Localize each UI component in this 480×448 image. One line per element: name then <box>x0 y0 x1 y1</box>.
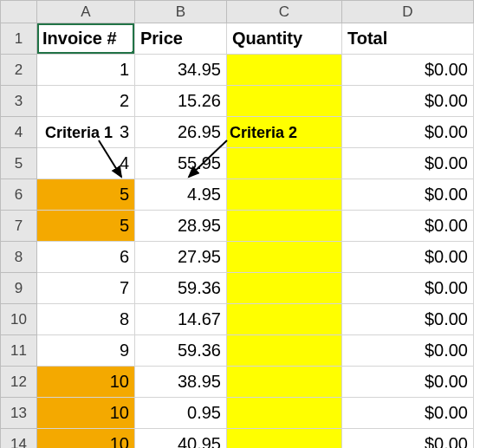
cell-C14[interactable] <box>227 429 342 449</box>
cell-A4[interactable]: 3 <box>37 117 135 148</box>
cell-A3[interactable]: 2 <box>37 86 135 117</box>
cell-A12[interactable]: 10 <box>37 367 135 398</box>
cell-D7[interactable]: $0.00 <box>342 211 474 242</box>
row-header[interactable]: 3 <box>1 86 37 117</box>
cell-C5[interactable] <box>227 148 342 179</box>
cell-B3[interactable]: 15.26 <box>135 86 227 117</box>
cell-A1[interactable]: Invoice # <box>37 23 135 55</box>
cell-C11[interactable] <box>227 335 342 367</box>
cell-D5[interactable]: $0.00 <box>342 148 474 179</box>
cell-B2[interactable]: 34.95 <box>135 55 227 86</box>
row-6: 6 5 4.95 $0.00 <box>1 179 474 211</box>
cell-C2[interactable] <box>227 55 342 86</box>
cell-A10[interactable]: 8 <box>37 304 135 335</box>
row-header[interactable]: 7 <box>1 211 37 242</box>
cell-A11[interactable]: 9 <box>37 335 135 367</box>
row-12: 12 10 38.95 $0.00 <box>1 367 474 398</box>
cell-B5[interactable]: 55.95 <box>135 148 227 179</box>
row-header[interactable]: 2 <box>1 55 37 86</box>
cell-D2[interactable]: $0.00 <box>342 55 474 86</box>
cell-B11[interactable]: 59.36 <box>135 335 227 367</box>
row-header[interactable]: 5 <box>1 148 37 179</box>
cell-D1[interactable]: Total <box>342 23 474 55</box>
cell-B10[interactable]: 14.67 <box>135 304 227 335</box>
select-all-corner[interactable] <box>1 1 37 23</box>
cell-A2[interactable]: 1 <box>37 55 135 86</box>
row-header[interactable]: 4 <box>1 117 37 148</box>
cell-D10[interactable]: $0.00 <box>342 304 474 335</box>
cell-C8[interactable] <box>227 242 342 273</box>
cell-A6[interactable]: 5 <box>37 179 135 211</box>
cell-D12[interactable]: $0.00 <box>342 367 474 398</box>
row-5: 5 4 55.95 $0.00 <box>1 148 474 179</box>
col-header-B[interactable]: B <box>135 1 227 23</box>
col-header-A[interactable]: A <box>37 1 135 23</box>
cell-B9[interactable]: 59.36 <box>135 273 227 304</box>
row-header[interactable]: 11 <box>1 335 37 367</box>
row-10: 10 8 14.67 $0.00 <box>1 304 474 335</box>
cell-C1[interactable]: Quantity <box>227 23 342 55</box>
cell-B1[interactable]: Price <box>135 23 227 55</box>
cell-C9[interactable] <box>227 273 342 304</box>
cell-C6[interactable] <box>227 179 342 211</box>
cell-B12[interactable]: 38.95 <box>135 367 227 398</box>
row-1: 1 Invoice # Price Quantity Total <box>1 23 474 55</box>
cell-D9[interactable]: $0.00 <box>342 273 474 304</box>
cell-A13[interactable]: 10 <box>37 398 135 429</box>
cell-C4[interactable] <box>227 117 342 148</box>
row-14: 14 10 40.95 $0.00 <box>1 429 474 449</box>
row-7: 7 5 28.95 $0.00 <box>1 211 474 242</box>
cell-C3[interactable] <box>227 86 342 117</box>
cell-C10[interactable] <box>227 304 342 335</box>
row-header[interactable]: 1 <box>1 23 37 55</box>
row-header[interactable]: 12 <box>1 367 37 398</box>
cell-A9[interactable]: 7 <box>37 273 135 304</box>
cell-D6[interactable]: $0.00 <box>342 179 474 211</box>
row-header[interactable]: 9 <box>1 273 37 304</box>
cell-C12[interactable] <box>227 367 342 398</box>
cell-A5[interactable]: 4 <box>37 148 135 179</box>
col-header-C[interactable]: C <box>227 1 342 23</box>
row-2: 2 1 34.95 $0.00 <box>1 55 474 86</box>
cell-B14[interactable]: 40.95 <box>135 429 227 449</box>
cell-D3[interactable]: $0.00 <box>342 86 474 117</box>
row-3: 3 2 15.26 $0.00 <box>1 86 474 117</box>
cell-B8[interactable]: 27.95 <box>135 242 227 273</box>
cell-B13[interactable]: 0.95 <box>135 398 227 429</box>
row-4: 4 3 26.95 $0.00 <box>1 117 474 148</box>
spreadsheet-grid[interactable]: A B C D 1 Invoice # Price Quantity Total… <box>0 0 480 448</box>
cell-D4[interactable]: $0.00 <box>342 117 474 148</box>
cell-C13[interactable] <box>227 398 342 429</box>
row-header[interactable]: 10 <box>1 304 37 335</box>
cell-B7[interactable]: 28.95 <box>135 211 227 242</box>
cell-B4[interactable]: 26.95 <box>135 117 227 148</box>
cell-D8[interactable]: $0.00 <box>342 242 474 273</box>
cell-B6[interactable]: 4.95 <box>135 179 227 211</box>
row-header[interactable]: 6 <box>1 179 37 211</box>
cell-D14[interactable]: $0.00 <box>342 429 474 449</box>
grid-table: A B C D 1 Invoice # Price Quantity Total… <box>0 0 474 448</box>
col-header-D[interactable]: D <box>342 1 474 23</box>
row-8: 8 6 27.95 $0.00 <box>1 242 474 273</box>
cell-A8[interactable]: 6 <box>37 242 135 273</box>
cell-A14[interactable]: 10 <box>37 429 135 449</box>
row-header[interactable]: 8 <box>1 242 37 273</box>
cell-D11[interactable]: $0.00 <box>342 335 474 367</box>
row-13: 13 10 0.95 $0.00 <box>1 398 474 429</box>
cell-A7[interactable]: 5 <box>37 211 135 242</box>
cell-D13[interactable]: $0.00 <box>342 398 474 429</box>
cell-C7[interactable] <box>227 211 342 242</box>
column-header-row: A B C D <box>1 1 474 23</box>
row-11: 11 9 59.36 $0.00 <box>1 335 474 367</box>
row-header[interactable]: 13 <box>1 398 37 429</box>
row-9: 9 7 59.36 $0.00 <box>1 273 474 304</box>
row-header[interactable]: 14 <box>1 429 37 449</box>
